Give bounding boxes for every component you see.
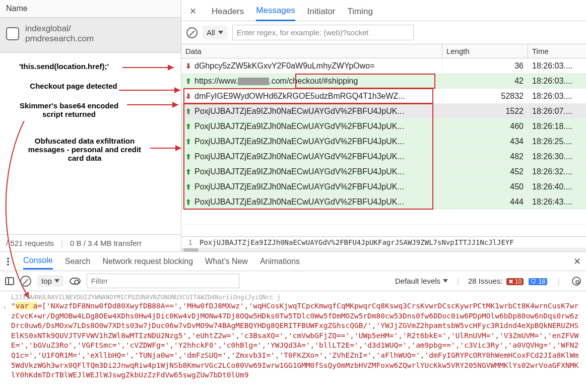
message-time-cell: 18:26:40.... [528, 181, 586, 193]
drawer-tab-nrb[interactable]: Network request blocking [102, 254, 193, 269]
messages-list[interactable]: ⬇dGhpcy5zZW5kKGxvY2F0aW9uLmhyZWYpOwo=361… [181, 58, 586, 224]
console-prev-line: L2J31A4NULNAVILNEVDUIZYWNANOYMICPUZUNAVN… [11, 293, 580, 301]
highlighted-var: var a [16, 302, 38, 310]
requests-status-bar: / 521 requests | 0 B / 3.4 MB transferr [0, 234, 181, 251]
request-type-icon [6, 27, 19, 40]
raw-message-view[interactable]: 1 PoxjUJBAJTZjEa9IZJh0NaECwUAYGdV%2FBFU4… [181, 236, 586, 248]
transfer-size: 0 B / 3.4 MB transferr [70, 239, 142, 247]
message-time-cell: 18:26:03.... [528, 60, 586, 72]
message-time-cell: 18:26:43.... [528, 196, 586, 208]
message-row[interactable]: ⬆PoxjUJBAJTZjEa9IZJh0NaECwUAYGdV%2FBFU4J… [181, 194, 586, 210]
col-header-data[interactable]: Data [181, 44, 442, 58]
message-row[interactable]: ⬆PoxjUJBAJTZjEa9IZJh0NaECwUAYGdV%2FBFU4J… [181, 149, 586, 164]
drawer-tab-console[interactable]: Console [23, 253, 53, 270]
message-length-cell: 42 [442, 75, 528, 87]
message-length-cell: 460 [442, 120, 528, 133]
message-data-text: PoxjUJBAJTZjEa9IZJh0NaECwUAYGdV%2FBFU4Jp… [194, 137, 404, 146]
message-data-text: https://www..com/checkout/#shipping [194, 77, 358, 86]
message-length-cell: 52832 [442, 90, 528, 102]
issues-indicator[interactable]: 28 Issues: ✖ 10 🗨 18 [468, 277, 549, 285]
message-row[interactable]: ⬆PoxjUJBAJTZjEa9IZJh0NaECwUAYGdV%2FBFU4J… [181, 119, 586, 134]
drawer-tabs: Console Search Network request blocking … [0, 252, 586, 271]
drawer-tab-animations[interactable]: Animations [260, 254, 300, 269]
kebab-icon[interactable] [7, 260, 9, 263]
live-expression-icon[interactable] [70, 278, 81, 285]
message-data-text: PoxjUJBAJTZjEa9IZJh0NaECwUAYGdV%2FBFU4Jp… [194, 167, 404, 176]
drawer-close-icon[interactable]: ✕ [573, 256, 581, 267]
message-length-cell: 452 [442, 166, 528, 178]
anno-exfil-messages: Obfuscated data exfiltration messages - … [19, 137, 150, 162]
name-column-header[interactable]: Name [0, 0, 181, 18]
horizontal-scrollbar[interactable] [181, 248, 586, 251]
close-icon[interactable]: ✕ [186, 6, 200, 17]
direction-filter-select[interactable]: All [203, 26, 227, 39]
arrow-up-icon: ⬆ [185, 138, 191, 146]
message-length-cell: 482 [442, 151, 528, 163]
message-data-text: dGhpcy5zZW5kKGxvY2F0aW9uLmhyZWYpOwo= [194, 61, 375, 71]
message-time-cell: 18:26:32.... [528, 166, 586, 178]
chevron-down-icon [54, 279, 59, 283]
message-time-cell: 18:26:30.... [528, 151, 586, 163]
arrow-up-icon: ⬆ [185, 77, 191, 85]
tab-headers[interactable]: Headers [212, 3, 244, 21]
message-row[interactable]: ⬆PoxjUJBAJTZjEa9IZJh0NaECwUAYGdV%2FBFU4J… [181, 179, 586, 194]
log-levels-select[interactable]: Default levels [395, 277, 448, 285]
request-row[interactable]: indexglobal/ pmdresearch.com [0, 18, 181, 53]
message-data-cell: ⬇dmFyIGE9WydOWHd6ZkRGOE5udzBmRGQ4T1h3eWZ… [181, 90, 442, 102]
console-drawer: Console Search Network request blocking … [0, 252, 586, 392]
message-data-cell: ⬆PoxjUJBAJTZjEa9IZJh0NaECwUAYGdV%2FBFU4J… [181, 151, 442, 163]
expand-chevron-icon[interactable]: ‹ [3, 303, 7, 311]
col-header-length[interactable]: Length [442, 44, 528, 58]
chevron-down-icon [218, 31, 223, 34]
tab-messages[interactable]: Messages [256, 2, 295, 21]
message-data-cell: ⬆PoxjUJBAJTZjEa9IZJh0NaECwUAYGdV%2FBFU4J… [181, 120, 442, 133]
message-data-text: PoxjUJBAJTZjEa9IZJh0NaECwUAYGdV%2FBFU4Jp… [194, 152, 404, 161]
request-name-text: indexglobal/ pmdresearch.com [25, 24, 94, 44]
message-length-cell: 1522 [442, 105, 528, 117]
tab-initiator[interactable]: Initiator [307, 3, 336, 21]
clear-icon[interactable] [186, 27, 198, 38]
message-row[interactable]: ⬇dGhpcy5zZW5kKGxvY2F0aW9uLmhyZWYpOwo=361… [181, 58, 586, 74]
arrow-up-icon: ⬆ [185, 198, 191, 206]
request-detail-panel: ✕ Headers Messages Initiator Timing All … [181, 0, 586, 251]
arrow-up-icon: ⬆ [185, 153, 191, 161]
message-row[interactable]: ⬆PoxjUJBAJTZjEa9IZJh0NaECwUAYGdV%2FBFU4J… [181, 164, 586, 179]
message-data-cell: ⬆https://www..com/checkout/#shipping [181, 75, 442, 87]
message-data-cell: ⬆PoxjUJBAJTZjEa9IZJh0NaECwUAYGdV%2FBFU4J… [181, 181, 442, 193]
messages-filter-row: All [181, 21, 586, 44]
settings-gear-icon[interactable] [572, 277, 581, 286]
arrow-up-icon: ⬆ [185, 122, 191, 130]
col-header-time[interactable]: Time [528, 44, 586, 58]
message-data-text: PoxjUJBAJTZjEa9IZJh0NaECwUAYGdV%2FBFU4Jp… [194, 198, 404, 207]
raw-line-num: 1 [185, 238, 200, 246]
requests-panel: Name indexglobal/ pmdresearch.com 'this.… [0, 0, 181, 251]
console-filter-input[interactable] [87, 274, 239, 288]
message-row[interactable]: ⬆PoxjUJBAJTZjEa9IZJh0NaECwUAYGdV%2FBFU4J… [181, 104, 586, 119]
tab-timing[interactable]: Timing [348, 3, 373, 21]
drawer-tab-search[interactable]: Search [65, 254, 91, 269]
message-data-text: PoxjUJBAJTZjEa9IZJh0NaECwUAYGdV%2FBFU4Jp… [194, 107, 404, 116]
arrow-up-icon: ⬆ [185, 107, 191, 115]
console-output[interactable]: L2J31A4NULNAVILNEVDUIZYWNANOYMICPUZUNAVN… [0, 291, 586, 392]
message-time-cell: 18:26:07.... [528, 105, 586, 117]
message-data-cell: ⬇dGhpcy5zZW5kKGxvY2F0aW9uLmhyZWYpOwo= [181, 60, 442, 72]
regex-input[interactable] [232, 25, 414, 40]
console-code-line: "var a=['NXwzfDF8Nnw0fDd80XwyfDB80A==','… [11, 301, 580, 380]
anno-base64-script: Skimmer's base64 encoded script returned [11, 101, 127, 118]
message-row[interactable]: ⬆PoxjUJBAJTZjEa9IZJh0NaECwUAYGdV%2FBFU4J… [181, 134, 586, 149]
sidebar-toggle-icon[interactable] [5, 277, 14, 285]
arrow-up-icon: ⬆ [185, 183, 191, 191]
arrow-down-icon: ⬇ [185, 92, 191, 100]
context-select[interactable]: top [37, 275, 63, 287]
message-row[interactable]: ⬇dmFyIGE9WydOWHd6ZkRGOE5udzBmRGQ4T1h3eWZ… [181, 89, 586, 104]
arrow-up-icon: ⬆ [185, 168, 191, 176]
detail-tabs: ✕ Headers Messages Initiator Timing [181, 0, 586, 21]
request-count: / 521 requests [6, 239, 54, 247]
message-time-cell: 18:26:25.... [528, 136, 586, 148]
anno-checkout-detected: Checkout page detected [28, 82, 119, 90]
message-data-text: dmFyIGE9WydOWHd6ZkRGOE5udzBmRGQ4T1h3eWZ.… [194, 92, 405, 101]
message-length-cell: 36 [442, 60, 528, 72]
console-clear-icon[interactable] [20, 276, 31, 287]
drawer-tab-whatsnew[interactable]: What's New [205, 254, 248, 269]
message-row[interactable]: ⬆https://www..com/checkout/#shipping4218… [181, 74, 586, 89]
